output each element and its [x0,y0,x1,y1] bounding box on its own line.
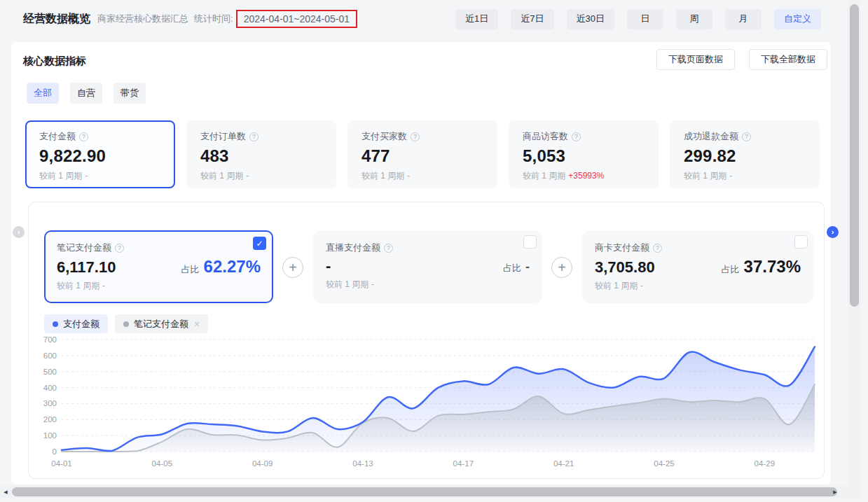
metric-label: 支付金额 [39,130,76,143]
metric-value: 9,822.90 [39,146,161,166]
compare-label: 较前 1 周期 [39,171,82,181]
legend-label: 笔记支付金额 [134,318,188,330]
compare-label: 较前 1 周期 [595,281,638,291]
breakdown-value: - [326,257,331,275]
checkbox-unchecked[interactable] [794,235,808,249]
compare-label: 较前 1 周期 [57,281,99,291]
svg-text:600: 600 [43,351,57,360]
page-header: 经营数据概览 商家经营核心数据汇总 统计时间: 2024-04-01~2024-… [0,0,848,38]
range-button-month[interactable]: 月 [725,9,762,29]
horizontal-scrollbar[interactable]: ◀ ▶ [0,486,860,498]
compare-value: - [371,279,374,289]
metric-card-pay-buyers[interactable]: 支付买家数? 477 较前 1 周期- [347,120,497,188]
range-button-7d[interactable]: 近7日 [511,9,553,29]
share-value: 62.27% [204,257,261,277]
download-all-data-button[interactable]: 下载全部数据 [749,49,827,70]
compare-label: 较前 1 周期 [200,171,243,181]
core-metrics-card: 核心数据指标 下载页面数据 下载全部数据 全部 自营 带货 ‹ 支付金额? 9,… [11,42,831,484]
checkbox-checked[interactable]: ✓ [253,237,266,250]
range-button-day[interactable]: 日 [627,9,663,29]
svg-text:04-21: 04-21 [553,459,574,468]
scope-tabs: 全部 自营 带货 [27,83,146,104]
metric-label: 支付订单数 [200,130,246,143]
metric-value: 299.82 [684,146,806,166]
horizontal-scrollbar-thumb[interactable] [12,487,837,496]
metric-card-pay-amount[interactable]: 支付金额? 9,822.90 较前 1 周期- [25,120,175,188]
svg-text:04-25: 04-25 [654,459,674,468]
compare-value: - [246,171,249,181]
legend-item-pay-amount[interactable]: 支付金额 [44,314,108,333]
page-subtitle: 商家经营核心数据汇总 [97,13,188,25]
check-icon: ✓ [256,239,263,249]
share-value: - [525,260,530,274]
breakdown-label: 笔记支付金额 [57,242,111,254]
checkbox-unchecked[interactable] [523,235,537,249]
scroll-left-icon[interactable]: ◀ [0,486,11,498]
help-icon[interactable]: ? [572,132,581,141]
chart-legend: 支付金额 笔记支付金额 × [44,314,208,333]
share-label: 占比 [722,263,740,276]
help-icon[interactable]: ? [249,132,259,141]
metric-value: 5,053 [523,146,645,166]
carousel-next-icon[interactable]: › [827,226,839,238]
svg-text:400: 400 [43,384,57,392]
range-button-30d[interactable]: 近30日 [567,9,614,29]
section-title: 核心数据指标 [23,55,86,68]
page-title: 经营数据概览 [23,12,90,27]
carousel-prev-icon[interactable]: ‹ [13,226,25,238]
help-icon[interactable]: ? [653,244,662,253]
vertical-scrollbar[interactable]: ▼ [848,0,860,498]
svg-text:04-09: 04-09 [252,459,273,468]
svg-text:04-13: 04-13 [352,459,373,468]
legend-label: 支付金额 [63,318,99,330]
metric-label: 成功退款金额 [684,130,738,143]
compare-value: - [407,171,410,181]
svg-text:700: 700 [43,337,57,344]
tab-all[interactable]: 全部 [27,83,59,104]
tab-self[interactable]: 自营 [70,83,102,104]
svg-text:0: 0 [53,447,57,456]
metric-card-product-visitors[interactable]: 商品访客数? 5,053 较前 1 周期+35993% [509,120,659,188]
breakdown-card-card-pay[interactable]: 商卡支付金额? 3,705.80 占比37.73% 较前 1 周期 - [582,230,813,303]
compare-label: 较前 1 周期 [523,171,565,181]
help-icon[interactable]: ? [411,132,420,141]
metric-value: 477 [361,146,483,166]
scroll-right-icon[interactable]: ▶ [829,486,841,498]
compare-value: - [640,281,643,291]
breakdown-card-note-pay[interactable]: ✓ 笔记支付金额? 6,117.10 占比62.27% 较前 1 周期 - [44,230,273,303]
compare-value: - [85,171,88,181]
range-button-custom[interactable]: 自定义 [774,9,821,29]
compare-label: 较前 1 周期 [684,171,726,181]
share-label: 占比 [503,262,521,274]
breakdown-label: 商卡支付金额 [595,242,649,254]
download-page-data-button[interactable]: 下载页面数据 [656,49,735,70]
metric-card-row: ‹ 支付金额? 9,822.90 较前 1 周期- 支付订单数? 483 较前 … [11,120,831,189]
add-icon[interactable]: + [551,257,572,278]
help-icon[interactable]: ? [79,132,88,141]
date-range-picker[interactable]: 2024-04-01~2024-05-01 [236,10,357,28]
tab-resell[interactable]: 带货 [113,83,146,104]
trend-panel: ✓ 笔记支付金额? 6,117.10 占比62.27% 较前 1 周期 - + … [28,202,825,479]
svg-text:04-05: 04-05 [152,459,172,468]
trend-chart[interactable]: 010020030040050060070004-0104-0504-0904-… [32,337,820,477]
svg-text:200: 200 [43,415,57,424]
help-icon[interactable]: ? [115,244,124,253]
legend-dot-blue [53,321,58,327]
legend-dot-gray [123,321,129,327]
metric-card-refund-amount[interactable]: 成功退款金额? 299.82 较前 1 周期- [670,120,820,188]
range-button-week[interactable]: 周 [676,9,712,29]
help-icon[interactable]: ? [384,244,393,253]
vertical-scrollbar-thumb[interactable] [850,4,859,307]
add-icon[interactable]: + [282,257,303,278]
breakdown-card-live-pay[interactable]: 直播支付金额? - 占比- 较前 1 周期 - [313,230,542,303]
breakdown-value: 6,117.10 [57,258,116,277]
time-range-group: 近1日 近7日 近30日 日 周 月 自定义 [455,9,821,29]
svg-text:100: 100 [43,431,57,440]
help-icon[interactable]: ? [742,132,751,141]
metric-card-pay-orders[interactable]: 支付订单数? 483 较前 1 周期- [186,120,336,188]
compare-label: 较前 1 周期 [361,171,404,181]
range-button-1d[interactable]: 近1日 [455,9,498,29]
svg-text:300: 300 [43,399,57,407]
legend-item-note-pay-amount[interactable]: 笔记支付金额 × [115,314,208,333]
close-icon[interactable]: × [194,319,200,329]
